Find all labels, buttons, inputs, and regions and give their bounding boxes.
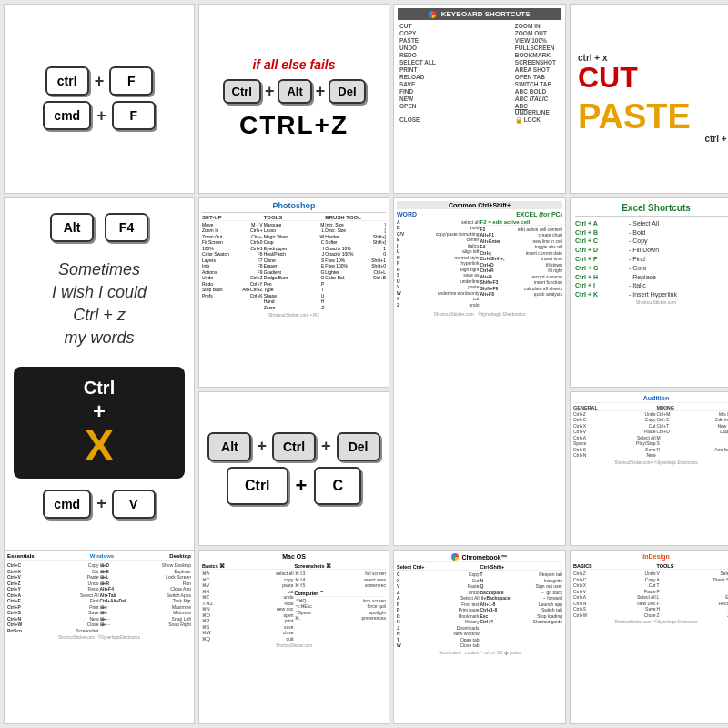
table-row: SAVE SWITCH TAB [398, 80, 561, 87]
ctrl-key: ctrl [46, 66, 89, 96]
kb-shortcut [558, 102, 561, 116]
audition-item: Ctrl+NNew [573, 452, 656, 459]
excel-item: Ctrl + D- Fill Down [575, 246, 728, 255]
windows-logo-label: Windows [90, 553, 114, 559]
macos-bottom-title: Mac OS [202, 553, 386, 561]
excel-item: Ctrl + B- Bold [575, 228, 728, 238]
indesign-title: InDesign [573, 553, 728, 561]
we-excel-title: EXCEL (for PC) [516, 211, 562, 217]
ctrl-c-big-row: Ctrl + C [227, 467, 361, 505]
ctrl-x-section: Ctrl + X [14, 367, 185, 479]
table-row: CUT ZOOM IN [398, 22, 561, 29]
ctrl-f-row: ctrl + F [46, 66, 154, 96]
macos-bottom-grid: Basics ⌘ ⌘Aselect all ⌘Ccopy ⌘Vpaste ⌘Xc… [202, 563, 386, 642]
section-excel: Excel Shortcuts Ctrl + A- Select All Ctr… [570, 197, 728, 388]
audition-col-general: GENERAL Ctrl+ZUndo Ctrl+CCopy Ctrl+XCut … [573, 405, 656, 459]
macos-bottom-logo: ShortcutSticker.com [202, 643, 386, 648]
ps-title: Photoshop [202, 201, 386, 213]
we-common-title: Common Ctrl+Shift+ [397, 201, 562, 209]
ctrl-alt-del-row: Ctrl + Alt + Del [223, 79, 366, 104]
windows-col-desktop: ⊞+DShow Desktop ⊞+EExplorer ⊞+LLock Scre… [100, 562, 192, 633]
kb-label: OPEN TAB [513, 73, 558, 80]
cb-item: WClose tab [397, 642, 480, 649]
plus-4: + [316, 82, 326, 101]
macos-item: ⌘⇧5screen rec [295, 582, 387, 589]
kb-shortcut [558, 73, 561, 80]
macos-col-right: Screenshots ⌘ ⌘⇧3full screen ⌘⇧4select a… [295, 563, 387, 642]
kb-shortcut [558, 29, 561, 36]
plus-8: + [321, 437, 331, 456]
section-windows: Essentials Windows Desktop Ctrl+CCopy Ct… [4, 550, 195, 724]
ps-col-brush: BRUSH TOOL Incr. Size] Decr. Size[ Harde… [325, 215, 386, 311]
x-label: X [85, 424, 114, 468]
alt-ctrl-del-big-row: Alt + Ctrl + Del [207, 432, 379, 461]
kb-label: FULLSCREEN [513, 44, 558, 51]
chromebook-title: Chromebook™ [397, 553, 562, 562]
cmd-key-2: cmd [43, 490, 91, 519]
alt-key-1: Alt [278, 79, 311, 104]
kb-label: ABC UNDERLINE [513, 102, 558, 116]
kb-title: KEYBOARD SHORTCUTS [398, 8, 561, 20]
windows-title-row: Essentials Windows Desktop [7, 553, 191, 561]
section-macos-bottom: Mac OS Basics ⌘ ⌘Aselect all ⌘Ccopy ⌘Vpa… [198, 550, 389, 724]
audition-mixing-title: MIXING [657, 405, 729, 411]
we-title-row: WORD EXCEL (for PC) [397, 211, 562, 217]
paste-text: PASTE [578, 99, 691, 134]
kb-label: ZOOM IN [513, 22, 558, 29]
kb-shortcut [558, 36, 561, 44]
ps-logo: ShortcutSticker.com • PC [202, 312, 386, 318]
section-kb-shortcuts: KEYBOARD SHORTCUTS CUT ZOOM IN COPY ZOOM… [393, 4, 566, 194]
ctrl-key-big: Ctrl [272, 432, 316, 461]
excel-item: Ctrl + F- Find [575, 255, 728, 264]
ctrl-z-text: CTRL+Z [239, 111, 349, 140]
table-row: PRINT AREA SHOT [398, 66, 561, 73]
table-row: FIND ABC BOLD [398, 87, 561, 95]
we-excel-sub: F2 = edit active cell [480, 219, 563, 226]
kb-shortcut [558, 51, 561, 58]
ctrl-label-black: Ctrl [84, 378, 115, 399]
kb-label: NEW [398, 95, 455, 102]
kb-shortcut [455, 22, 513, 29]
chrome-icon [429, 11, 436, 18]
we-item: Alt+F8quick analysis [480, 291, 563, 298]
chromebook-col-left: Select Ctrl+ CCopy XCut VPaste ZUndo ASe… [397, 564, 480, 649]
we-word-title: WORD [397, 211, 417, 217]
id-item: ZZoom [657, 612, 729, 619]
if-all-else-title: if all else fails [252, 57, 335, 72]
chromebook-logo: ⌘command ⌥option ⌃ctrl ⎇ OK ⏻ power [397, 651, 562, 655]
ps-col-tools: TOOLS MarqueeM LassoL Magic WandW CropC … [264, 215, 325, 311]
cb-item: Ctrl+?Shortcut guide [480, 619, 563, 625]
indesign-grid: BASICS Ctrl+ZUndo Ctrl+CCopy Ctrl+XCut C… [573, 563, 728, 618]
table-row: COPY ZOOM OUT [398, 29, 561, 36]
kb-label: PRINT [398, 66, 455, 73]
kb-label: ABC ITALIC [513, 95, 558, 102]
kb-shortcut [455, 73, 513, 80]
ps-item: Color Bal.Ctrl+B [325, 275, 386, 281]
indesign-col-left: BASICS Ctrl+ZUndo Ctrl+CCopy Ctrl+XCut C… [573, 563, 656, 618]
kb-shortcut [558, 22, 561, 29]
indesign-basics-title: BASICS [573, 563, 656, 570]
main-container: ctrl + F cmd + F if all else fails Ctrl … [0, 0, 728, 728]
plus-white: + [93, 399, 106, 424]
windows-grid: Ctrl+CCopy Ctrl+XCut Ctrl+VPaste Ctrl+ZU… [7, 562, 191, 633]
excel-item: Ctrl + A- Select All [575, 219, 728, 228]
kb-label: SCREENSHOT [513, 58, 558, 66]
excel-item: Ctrl + I- Italic [575, 281, 728, 290]
v-key: V [112, 490, 156, 519]
audition-logo: ShortcutSticker.com • ©dynerlogic Electr… [573, 460, 728, 465]
indesign-col-right: TOOLS VSelection ADirect Select TType PP… [657, 563, 729, 618]
kb-shortcut [455, 87, 513, 95]
kb-shortcut [455, 116, 513, 124]
windows-essentials-label: Essentials [7, 553, 35, 559]
wish-text: SometimesI wish I couldCtrl + zmy words [52, 258, 147, 350]
chrome-icon-2 [451, 553, 459, 561]
ctrl-key-2: Ctrl [223, 79, 261, 104]
ps-item: PrefsCtrl+K [202, 293, 263, 299]
audition-title: Audition [573, 395, 728, 403]
f4-key: F4 [105, 213, 148, 242]
ps-col-title-setup: SET-UP [202, 215, 263, 221]
ps-col-title-brush: BRUSH TOOL [325, 215, 386, 221]
plus-sign-2: + [96, 106, 106, 126]
section-word-excel: Common Ctrl+Shift+ WORD EXCEL (for PC) A… [393, 197, 566, 546]
plus-3: + [265, 82, 275, 101]
